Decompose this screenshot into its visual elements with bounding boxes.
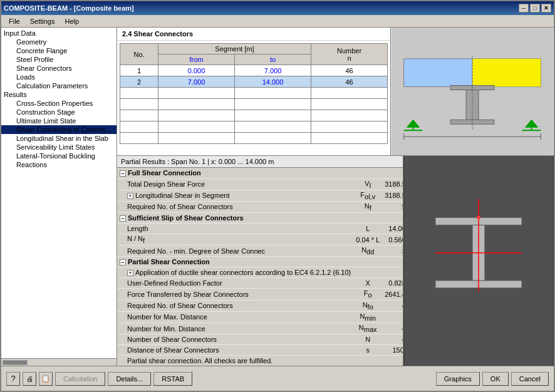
empty-row — [120, 110, 388, 121]
menu-file[interactable]: File — [4, 16, 25, 26]
sidebar-item-shear-connecting[interactable]: Shear Connecting of Concrete Flange — [1, 125, 117, 134]
maximize-button[interactable]: □ — [530, 4, 540, 13]
sidebar-item-longitudinal-shear[interactable]: Longitudinal Shear in the Slab — [1, 134, 117, 143]
menu-settings[interactable]: Settings — [25, 16, 60, 26]
details-button[interactable]: Details... — [108, 372, 151, 386]
results-left: Partial Results : Span No. 1 | x: 0.000 … — [117, 156, 403, 366]
calculation-button[interactable]: Calculation — [55, 372, 105, 386]
col-no-header: No. — [120, 44, 158, 65]
empty-row — [120, 88, 388, 99]
menu-bar: File Settings Help — [1, 15, 554, 28]
print-icon-button[interactable]: 🖨 — [23, 372, 36, 386]
col-sym — [353, 257, 382, 267]
req-no2-label: Required No. of Shear Connectors — [117, 300, 353, 311]
menu-help[interactable]: Help — [60, 16, 84, 26]
title-buttons: ─ □ ✕ — [519, 4, 551, 13]
row1-from[interactable]: 0.000 — [158, 65, 235, 76]
sidebar-item-geometry[interactable]: Geometry — [1, 38, 117, 46]
nnf-label: N / Nf — [117, 234, 353, 245]
table-row: Total Design Shear Force Vl 3188.55 kN — [117, 178, 403, 190]
input-area: 2.4 Shear Connectors No. Segment [m] Num… — [117, 28, 391, 156]
partial-shear-header[interactable]: −Partial Shear Connection — [117, 257, 353, 267]
row2-no: 2 — [120, 76, 158, 88]
expand-icon[interactable]: − — [120, 259, 126, 266]
row2-n: 46 — [311, 76, 388, 88]
sidebar-item-cross-section[interactable]: Cross-Section Properties — [1, 99, 117, 108]
partial-msg: Partial shear connection. All checks are… — [117, 356, 403, 366]
req-min-val: 30 — [382, 245, 403, 257]
row2-from[interactable]: 7.000 — [158, 76, 235, 88]
total-shear-val: 3188.55 — [382, 178, 403, 190]
beam-graphic — [391, 28, 554, 156]
long-shear-sym: Fol,v — [353, 190, 382, 201]
partial-results-label: Partial Results : Span No. 1 | x: 0.000 … — [121, 158, 274, 165]
expand-icon[interactable]: + — [127, 270, 133, 276]
table-row: +Longitudinal Shear in Segment Fol,v 318… — [117, 190, 403, 201]
table-row: User-Defined Reduction Factor X 0.8284 — [117, 278, 403, 289]
title-bar: COMPOSITE-BEAM - [Composite beam] ─ □ ✕ — [1, 1, 554, 15]
tree-container[interactable]: Input Data Geometry Concrete Flange Stee… — [1, 28, 117, 358]
expand-icon[interactable]: + — [127, 193, 133, 199]
table-row[interactable]: 1 0.000 7.000 46 — [120, 65, 388, 76]
force-transfer-sym: Fo — [353, 289, 382, 300]
col-to-header: to — [235, 54, 311, 65]
dist-label: Distance of Shear Connectors — [117, 345, 353, 356]
row1-no: 1 — [120, 65, 158, 76]
main-window: COMPOSITE-BEAM - [Composite beam] ─ □ ✕ … — [0, 0, 555, 392]
col-val — [382, 257, 403, 267]
sidebar-item-reactions[interactable]: Reactions — [1, 160, 117, 169]
rstab-button[interactable]: RSTAB — [153, 372, 192, 386]
hscroll-thumb[interactable] — [3, 360, 28, 365]
sidebar-item-ultimate-limit[interactable]: Ultimate Limit State — [1, 116, 117, 125]
table-row: −Partial Shear Connection — [117, 257, 403, 267]
export-icon-button[interactable]: 📋 — [39, 372, 53, 386]
row2-to[interactable]: 14.000 — [235, 76, 311, 88]
num-min-label: Number for Min. Distance — [117, 323, 353, 334]
window-title: COMPOSITE-BEAM - [Composite beam] — [4, 4, 134, 12]
col-n-header: Numbern — [311, 44, 388, 65]
results-scroll[interactable]: −Full Shear Connection Total Design Shea… — [117, 168, 403, 366]
beam-svg — [391, 28, 554, 155]
sidebar-item-construction-stage[interactable]: Construction Stage — [1, 108, 117, 116]
sidebar-item-shear-connectors[interactable]: Shear Connectors — [1, 64, 117, 73]
sidebar-item-input-data[interactable]: Input Data — [1, 29, 117, 38]
num-max-label: Number for Max. Distance — [117, 311, 353, 322]
expand-icon[interactable]: − — [120, 170, 126, 177]
row1-to[interactable]: 7.000 — [235, 65, 311, 76]
sidebar-item-steel-profile[interactable]: Steel Profile — [1, 55, 117, 64]
results-table: −Full Shear Connection Total Design Shea… — [117, 168, 403, 366]
sidebar-item-calc-params[interactable]: Calculation Parameters — [1, 81, 117, 90]
req-min-sym: Ndd — [353, 245, 382, 257]
close-button[interactable]: ✕ — [541, 4, 551, 13]
bottom-bar: ? 🖨 📋 Calculation Details... RSTAB Graph… — [1, 366, 554, 391]
sidebar-item-lateral-torsional[interactable]: Lateral-Torsional Buckling — [1, 152, 117, 160]
nnf-val: 0.5600 — [382, 234, 403, 245]
left-panel: Input Data Geometry Concrete Flange Stee… — [1, 28, 117, 366]
sidebar-item-concrete-flange[interactable]: Concrete Flange — [1, 46, 117, 55]
total-shear-sym: Vl — [353, 178, 382, 190]
expand-icon[interactable]: − — [120, 215, 126, 222]
ec4-label[interactable]: +Application of ductile shear connectors… — [117, 267, 353, 278]
req-min-label: Required No. - min. Degree of Shear Conn… — [117, 245, 353, 257]
minimize-button[interactable]: ─ — [519, 4, 529, 13]
table-row: +Application of ductile shear connectors… — [117, 267, 403, 278]
suff-slip-header[interactable]: −Sufficient Slip of Shear Connectors — [117, 213, 353, 224]
table-area: No. Segment [m] Numbern from to — [117, 41, 390, 147]
req-no2-val: 44 — [382, 300, 403, 311]
graphics-button[interactable]: Graphics — [436, 372, 480, 386]
req-no2-sym: Nfo — [353, 300, 382, 311]
help-icon: ? — [11, 374, 15, 383]
sidebar-item-loads[interactable]: Loads — [1, 73, 117, 81]
table-row: N / Nf 0.04 * L 0.5600 — [117, 234, 403, 245]
tree-hscroll[interactable] — [1, 358, 117, 366]
num-min-sym: Nmax — [353, 323, 382, 334]
full-shear-header[interactable]: −Full Shear Connection — [117, 168, 353, 178]
help-icon-button[interactable]: ? — [6, 372, 20, 386]
sidebar-item-serviceability[interactable]: Serviceability Limit States — [1, 143, 117, 152]
ok-button[interactable]: OK — [482, 372, 509, 386]
sidebar-item-results[interactable]: Results — [1, 90, 117, 99]
table-row[interactable]: 2 7.000 14.000 46 — [120, 76, 388, 88]
num-shear-sym: N — [353, 334, 382, 345]
cancel-button[interactable]: Cancel — [511, 372, 549, 386]
col-from-header: from — [158, 54, 235, 65]
